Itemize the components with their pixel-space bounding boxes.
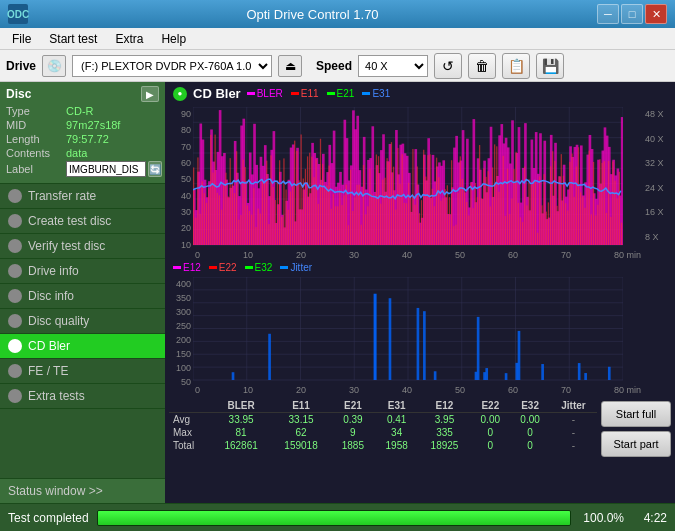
eject-button[interactable]: ⏏ [278,55,302,77]
col-header-e31: E31 [375,399,419,413]
disc-contents-key: Contents [6,147,66,159]
stats-max-e21: 9 [331,426,375,439]
col-header-e32: E32 [510,399,550,413]
stats-avg-e32: 0.00 [510,413,550,427]
disc-type-key: Type [6,105,66,117]
menubar: File Start test Extra Help [0,28,675,50]
col-header-e22: E22 [470,399,510,413]
legend-dot-e21 [327,92,335,95]
disc-length-key: Length [6,133,66,145]
speed-label: Speed [316,59,352,73]
nav-extra-tests[interactable]: Extra tests [0,384,165,409]
nav-label-cdbler: CD Bler [28,339,70,353]
legend-e21: E21 [327,88,355,99]
status-window-button[interactable]: Status window >> [0,478,165,503]
nav-create-test-disc[interactable]: Create test disc [0,209,165,234]
nav-transfer-rate[interactable]: Transfer rate [0,184,165,209]
legend-dot-e31 [362,92,370,95]
disc-label-refresh[interactable]: 🔄 [148,161,162,177]
stats-avg-bler: 33.95 [211,413,271,427]
e12-right-spacer [643,275,675,395]
legend-dot-e12 [173,266,181,269]
stats-max-jitter: - [550,426,597,439]
legend-dot-bler [247,92,255,95]
nav-label-fete: FE / TE [28,364,68,378]
stats-total-e31: 1958 [375,439,419,452]
legend-label-e22: E22 [219,262,237,273]
close-button[interactable]: ✕ [645,4,667,24]
nav-verify-test-disc[interactable]: Verify test disc [0,234,165,259]
disc-section-label: Disc [6,87,31,101]
stats-avg-e12: 3.95 [419,413,471,427]
nav-disc-info[interactable]: Disc info [0,284,165,309]
chart-title: CD Bler [193,86,241,101]
legend-label-e12: E12 [183,262,201,273]
app-icon: ODC [8,4,28,24]
copy-button[interactable]: 📋 [502,53,530,79]
chart-legend1: BLER E11 E21 E31 [247,88,391,99]
legend-label-bler: BLER [257,88,283,99]
stats-section: BLER E11 E21 E31 E12 E22 E32 Jitter Avg [165,397,601,461]
titlebar: ODC Opti Drive Control 1.70 ─ □ ✕ [0,0,675,28]
disc-contents-val: data [66,147,87,159]
e12-x-axis: 0 10 20 30 40 50 60 70 80 min [193,385,643,395]
menu-extra[interactable]: Extra [107,30,151,48]
nav-label-create: Create test disc [28,214,111,228]
maximize-button[interactable]: □ [621,4,643,24]
start-full-button[interactable]: Start full [601,401,671,427]
nav-disc-quality[interactable]: Disc quality [0,309,165,334]
e12-chart-area: 0 10 20 30 40 50 60 70 80 min [193,275,643,395]
disc-length-val: 79:57.72 [66,133,109,145]
stats-avg-e21: 0.39 [331,413,375,427]
menu-file[interactable]: File [4,30,39,48]
stats-avg-e31: 0.41 [375,413,419,427]
disc-label-key: Label [6,163,66,175]
stats-row-area: BLER E11 E21 E31 E12 E22 E32 Jitter Avg [165,395,675,463]
legend-e11: E11 [291,88,319,99]
col-header-jitter: Jitter [550,399,597,413]
menu-start-test[interactable]: Start test [41,30,105,48]
stats-row-total: Total 162861 159018 1885 1958 18925 0 0 … [169,439,597,452]
progress-text: 100.0% [579,511,624,525]
disc-arrow-button[interactable]: ▶ [141,86,159,102]
legend-bler: BLER [247,88,283,99]
nav-cd-bler[interactable]: ✔ CD Bler [0,334,165,359]
nav-label-extra: Extra tests [28,389,85,403]
status-text: Test completed [8,511,89,525]
stats-max-e12: 335 [419,426,471,439]
nav-drive-info[interactable]: Drive info [0,259,165,284]
nav-dot-driveinfo [8,264,22,278]
menu-help[interactable]: Help [153,30,194,48]
window-controls: ─ □ ✕ [597,4,667,24]
col-header-e12: E12 [419,399,471,413]
refresh-button[interactable]: ↺ [434,53,462,79]
nav-dot-discinfo [8,289,22,303]
bler-chart-container: 90 80 70 60 50 40 30 20 10 0 10 20 30 [165,105,675,260]
stats-max-e31: 34 [375,426,419,439]
stats-avg-e22: 0.00 [470,413,510,427]
nav-dot-verify [8,239,22,253]
legend-e32: E32 [245,262,273,273]
bler-x-axis: 0 10 20 30 40 50 60 70 80 min [193,250,643,260]
minimize-button[interactable]: ─ [597,4,619,24]
save-button[interactable]: 💾 [536,53,564,79]
sidebar: Disc ▶ Type CD-R MID 97m27s18f Length 79… [0,82,165,503]
start-part-button[interactable]: Start part [601,431,671,457]
clear-button[interactable]: 🗑 [468,53,496,79]
nav-fe-te[interactable]: FE / TE [0,359,165,384]
stats-total-e22: 0 [470,439,510,452]
stats-total-label: Total [169,439,211,452]
disc-mid-val: 97m27s18f [66,119,120,131]
legend-e31: E31 [362,88,390,99]
content-area: ● CD Bler BLER E11 E21 E31 [165,82,675,503]
col-header-empty [169,399,211,413]
nav-label-discquality: Disc quality [28,314,89,328]
drive-icon-btn: 💿 [42,55,66,77]
statusbar: Test completed 100.0% 4:22 [0,503,675,531]
speed-select[interactable]: 40 X [358,55,428,77]
nav-label-discinfo: Disc info [28,289,74,303]
stats-total-e21: 1885 [331,439,375,452]
drive-select[interactable]: (F:) PLEXTOR DVDR PX-760A 1.07 [72,55,272,77]
disc-label-input[interactable] [66,161,146,177]
stats-max-label: Max [169,426,211,439]
